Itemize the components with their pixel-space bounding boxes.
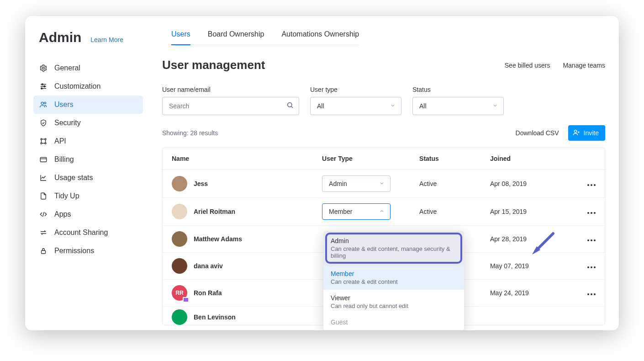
search-input-wrap (162, 97, 299, 115)
see-billed-users-link[interactable]: See billed users (505, 62, 550, 69)
chevron-down-icon (379, 180, 385, 187)
results-row: Showing: 28 results Download CSV Invite (162, 125, 605, 141)
col-header-actions (560, 148, 605, 170)
card-icon (39, 155, 48, 164)
svg-line-18 (291, 106, 293, 108)
invite-button[interactable]: Invite (568, 125, 605, 141)
avatar (172, 309, 187, 325)
user-name: Ben Levinson (194, 313, 236, 321)
api-icon (39, 137, 48, 146)
dropdown-option-desc: Can create & edit content (331, 278, 457, 285)
dropdown-option-title: Admin (331, 237, 457, 244)
sidebar-item-billing[interactable]: Billing (33, 150, 143, 169)
dropdown-option-member[interactable]: MemberCan create & edit content (323, 265, 464, 290)
sidebar-item-users[interactable]: Users (33, 96, 143, 114)
sidebar-item-label: Usage stats (54, 174, 93, 182)
add-user-icon (573, 129, 580, 138)
svg-line-15 (43, 212, 44, 217)
user-name: dana aviv (194, 262, 223, 270)
svg-point-11 (41, 143, 42, 144)
sidebar-item-label: Users (54, 101, 74, 109)
status-filter-value: All (419, 102, 427, 110)
col-header-name: Name (163, 148, 313, 170)
results-actions: Download CSV Invite (516, 125, 605, 141)
svg-point-17 (288, 103, 292, 107)
main: User management See billed users Manage … (148, 45, 619, 330)
users-icon (39, 100, 48, 109)
avatar (172, 204, 187, 219)
col-header-type: User Type (313, 148, 410, 170)
filter-type-label: User type (310, 86, 401, 93)
joined-cell: Apr 15, 2019 (481, 198, 560, 226)
row-actions-menu[interactable] (570, 293, 596, 295)
gear-icon (39, 64, 48, 73)
sidebar-item-label: Security (54, 119, 81, 127)
joined-cell: May 24, 2019 (481, 280, 560, 307)
tab-board-ownership[interactable]: Board Ownership (208, 22, 264, 45)
sidebar-item-api[interactable]: API (33, 132, 143, 150)
search-input[interactable] (162, 97, 299, 115)
avatar: RR (172, 285, 187, 301)
svg-point-2 (42, 84, 43, 85)
dropdown-option-viewer[interactable]: ViewerCan read only but cannot edit (323, 290, 464, 314)
sidebar-item-account-sharing[interactable]: Account Sharing (33, 223, 143, 242)
row-actions-menu[interactable] (570, 266, 596, 268)
svg-point-4 (44, 86, 45, 87)
row-actions-menu[interactable] (570, 239, 596, 241)
status-filter-select[interactable]: All (412, 97, 504, 115)
sliders-icon (39, 82, 48, 91)
row-actions-menu[interactable] (570, 212, 596, 214)
manage-teams-link[interactable]: Manage teams (563, 62, 605, 69)
sidebar-item-customization[interactable]: Customization (33, 77, 143, 96)
filter-name-label: User name/email (162, 86, 299, 93)
users-table-wrap: Name User Type Status Joined JessAdminAc… (162, 147, 605, 325)
learn-more-link[interactable]: Learn More (90, 36, 123, 43)
tabs: UsersBoard OwnershipAutomations Ownershi… (171, 22, 359, 45)
filter-name: User name/email (162, 86, 299, 115)
chevron-down-icon (390, 102, 396, 110)
status-cell: Active (410, 198, 481, 226)
search-icon (286, 101, 294, 111)
sidebar-item-label: Permissions (54, 247, 94, 255)
sidebar-item-tidy-up[interactable]: Tidy Up (33, 187, 143, 205)
joined-cell (481, 307, 560, 325)
joined-cell: Apr 28, 2019 (481, 226, 560, 253)
sidebar-item-security[interactable]: Security (33, 114, 143, 132)
sidebar-item-label: General (54, 64, 80, 72)
sidebar-item-apps[interactable]: Apps (33, 205, 143, 223)
avatar-badge-icon (183, 297, 189, 303)
tab-automations-ownership[interactable]: Automations Ownership (281, 22, 359, 45)
sidebar-item-label: Apps (54, 210, 71, 218)
dropdown-option-desc: Can create & edit content, manage securi… (331, 245, 457, 259)
dropdown-option-title: Guest (331, 319, 457, 326)
sidebar-item-general[interactable]: General (33, 59, 143, 77)
user-type-filter-select[interactable]: All (310, 97, 401, 115)
user-type-select[interactable]: Admin (322, 175, 391, 192)
page-title: User management (162, 58, 265, 72)
admin-brand: Admin (39, 30, 81, 45)
dropdown-option-admin[interactable]: AdminCan create & edit content, manage s… (323, 231, 464, 265)
download-csv-link[interactable]: Download CSV (516, 129, 559, 137)
user-type-select[interactable]: Member (322, 203, 391, 220)
sidebar-item-label: Tidy Up (54, 192, 79, 200)
user-name: Matthew Adams (194, 235, 242, 243)
user-type-dropdown[interactable]: AdminCan create & edit content, manage s… (323, 231, 464, 330)
dropdown-option-guest[interactable]: Guest (323, 314, 464, 330)
topbar: Admin Learn More UsersBoard OwnershipAut… (25, 16, 619, 45)
user-name: Ariel Roitman (194, 208, 235, 215)
chart-icon (39, 173, 48, 182)
avatar (172, 176, 187, 191)
swap-icon (39, 228, 48, 237)
invite-label: Invite (584, 129, 599, 137)
col-header-joined: Joined (481, 148, 560, 170)
svg-point-19 (574, 130, 576, 132)
dropdown-option-desc: Can read only but cannot edit (331, 303, 457, 309)
tab-users[interactable]: Users (171, 22, 190, 45)
row-actions-menu[interactable] (570, 184, 596, 186)
sidebar-item-label: Customization (54, 82, 100, 90)
sidebar-item-usage-stats[interactable]: Usage stats (33, 169, 143, 187)
brand-block: Admin Learn More (39, 16, 148, 45)
sidebar-item-permissions[interactable]: Permissions (33, 242, 143, 260)
sidebar-item-label: Billing (54, 155, 74, 164)
dropdown-option-title: Member (331, 270, 457, 277)
